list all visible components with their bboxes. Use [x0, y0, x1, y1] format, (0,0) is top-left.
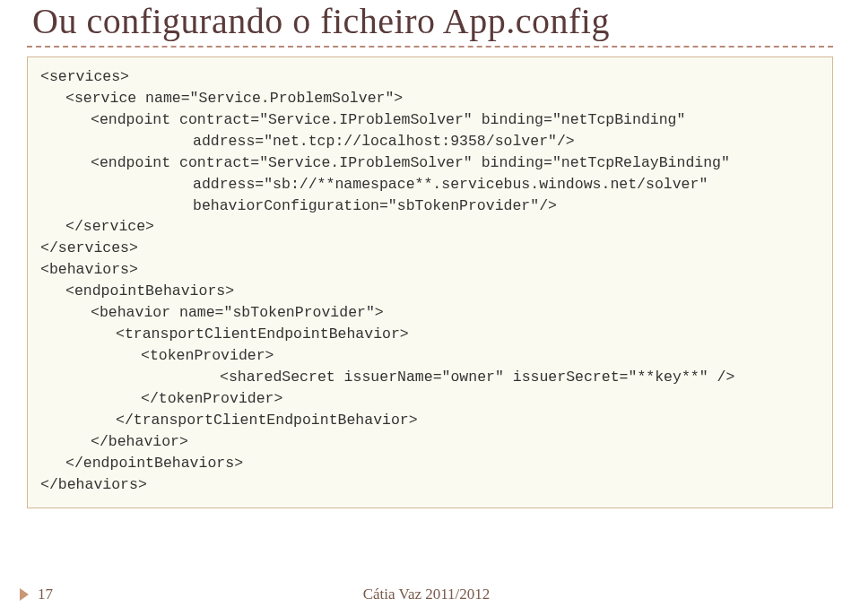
code-line: behaviorConfiguration="sbTokenProvider"/… [40, 195, 820, 217]
code-line: <endpointBehaviors> [40, 281, 820, 302]
code-line: </service> [40, 216, 820, 238]
code-line: <behavior name="sbTokenProvider"> [40, 302, 820, 324]
code-line: address="net.tcp://localhost:9358/solver… [40, 131, 820, 152]
code-line: address="sb://**namespace**.servicebus.w… [40, 174, 820, 195]
code-line: </tokenProvider> [40, 388, 820, 410]
code-line: <transportClientEndpointBehavior> [40, 324, 820, 345]
code-line: <behaviors> [40, 259, 820, 281]
title-divider [27, 46, 833, 48]
footer: 17 Cátia Vaz 2011/2012 [20, 586, 833, 603]
code-line: </services> [40, 238, 820, 259]
code-line: </behaviors> [40, 474, 820, 496]
code-line: </endpointBehaviors> [40, 453, 820, 474]
code-line: <sharedSecret issuerName="owner" issuerS… [40, 367, 820, 388]
code-line: </behavior> [40, 431, 820, 453]
code-line: <endpoint contract="Service.IProblemSolv… [40, 152, 820, 174]
code-line: <service name="Service.ProblemSolver"> [40, 88, 820, 109]
slide-title: Ou configurando o ficheiro App.config [27, 0, 833, 42]
code-line: </transportClientEndpointBehavior> [40, 410, 820, 431]
code-block: <services> <service name="Service.Proble… [27, 56, 833, 508]
code-line: <tokenProvider> [40, 345, 820, 367]
page-number: 17 [38, 586, 53, 603]
code-line: <endpoint contract="Service.IProblemSolv… [40, 109, 820, 131]
author-credit: Cátia Vaz 2011/2012 [363, 586, 491, 603]
code-line: <services> [40, 66, 820, 88]
arrow-right-icon [20, 588, 29, 601]
